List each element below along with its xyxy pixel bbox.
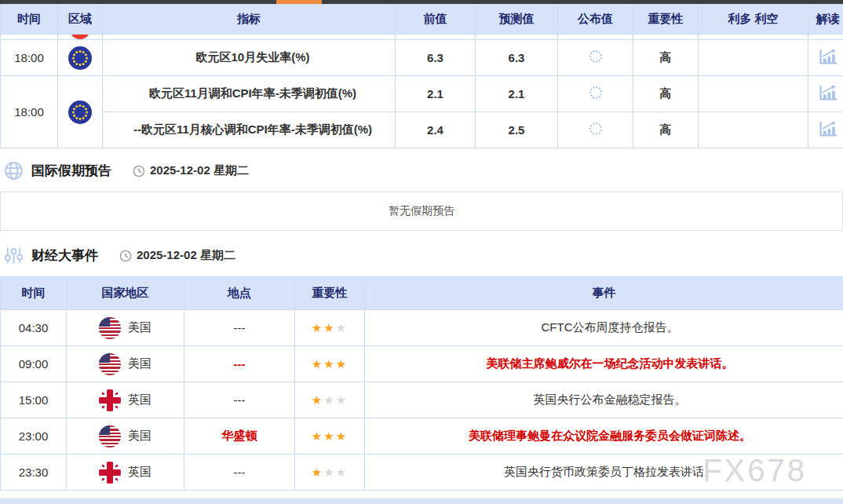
importance-stars: ★★★ <box>295 310 365 346</box>
importance-cell: 高 <box>633 112 699 148</box>
col-interpret: 解读 <box>808 5 843 35</box>
col-region: 区域 <box>58 5 103 35</box>
chart-interpret-icon[interactable] <box>819 49 838 65</box>
event-location: --- <box>184 455 295 491</box>
clipped-row <box>1 35 843 40</box>
event-country: 英国 <box>67 455 184 491</box>
event-description: 英国央行公布金融稳定报告。 <box>365 382 843 418</box>
previous-value: 6.3 <box>396 40 476 76</box>
time-cell: 18:00 <box>1 40 58 76</box>
region-cell <box>58 76 103 148</box>
holiday-section-header: 国际假期预告 2025-12-02 星期二 <box>0 161 843 181</box>
indicator-row: 18:00 欧元区10月失业率(%) 6.3 6.3 高 <box>1 40 843 76</box>
interpret-cell <box>808 112 843 148</box>
event-location: --- <box>184 382 295 418</box>
loading-spinner-icon <box>589 50 602 63</box>
us-flag-icon <box>99 317 121 339</box>
col-importance: 重要性 <box>295 277 365 310</box>
published-value <box>558 112 633 148</box>
col-time: 时间 <box>1 277 67 310</box>
clock-icon <box>119 250 132 262</box>
uk-flag-icon <box>99 462 121 484</box>
previous-value: 2.4 <box>396 112 476 148</box>
event-description: 美联储理事鲍曼在众议院金融服务委员会做证词陈述。 <box>365 418 843 455</box>
indicator-link[interactable]: --欧元区11月核心调和CPI年率-未季调初值(%) <box>103 112 396 148</box>
events-header-row: 时间 国家地区 地点 重要性 事件 <box>1 277 843 310</box>
col-time: 时间 <box>1 5 58 35</box>
forecast-value: 2.5 <box>476 112 558 148</box>
event-time: 09:00 <box>1 346 67 382</box>
clipped-red-flag-icon <box>70 35 90 39</box>
eu-flag-icon <box>68 100 92 124</box>
economic-indicator-table: 时间 区域 指标 前值 预测值 公布值 重要性 利多 利空 解读 18:00 欧… <box>0 4 843 148</box>
chart-interpret-icon[interactable] <box>819 85 838 101</box>
importance-cell: 高 <box>633 40 699 76</box>
top-scrollbar <box>0 0 843 4</box>
loading-spinner-icon <box>589 86 602 99</box>
events-table: 时间 国家地区 地点 重要性 事件 04:30 美国 --- ★★★ CFTC公… <box>0 276 843 491</box>
indicator-header-row: 时间 区域 指标 前值 预测值 公布值 重要性 利多 利空 解读 <box>1 5 843 35</box>
col-previous: 前值 <box>396 5 476 35</box>
country-label: 英国 <box>128 393 151 407</box>
col-forecast: 预测值 <box>476 5 558 35</box>
country-label: 美国 <box>128 429 151 444</box>
country-label: 美国 <box>128 356 151 371</box>
interpret-cell <box>808 76 843 112</box>
holiday-date-text: 2025-12-02 星期二 <box>150 163 249 178</box>
event-country: 美国 <box>67 418 184 455</box>
event-time: 04:30 <box>1 310 67 346</box>
forecast-value: 6.3 <box>476 40 558 76</box>
events-date: 2025-12-02 星期二 <box>119 248 235 263</box>
event-location: --- <box>184 346 295 382</box>
bull-bear-cell <box>699 40 808 76</box>
importance-cell: 高 <box>633 76 699 112</box>
bull-bear-cell <box>699 112 808 148</box>
event-country: 英国 <box>67 382 184 418</box>
events-section-header: 财经大事件 2025-12-02 星期二 <box>0 246 843 265</box>
event-row: 15:00 英国 --- ★★★ 英国央行公布金融稳定报告。 <box>1 382 843 418</box>
event-time: 15:00 <box>1 382 67 418</box>
published-value <box>558 76 633 112</box>
events-section-title: 财经大事件 <box>31 247 98 265</box>
holiday-empty-message: 暂无假期预告 <box>389 204 454 218</box>
interpret-cell <box>808 40 843 76</box>
importance-stars: ★★★ <box>295 455 365 491</box>
col-location: 地点 <box>184 277 295 310</box>
indicator-link[interactable]: 欧元区10月失业率(%) <box>103 40 396 76</box>
col-indicator: 指标 <box>103 5 396 35</box>
chart-interpret-icon[interactable] <box>819 121 838 137</box>
holiday-empty-box: 暂无假期预告 <box>0 192 843 231</box>
time-cell: 18:00 <box>1 76 58 148</box>
clock-icon <box>133 165 145 177</box>
event-row: 09:00 美国 --- ★★★ 美联储主席鲍威尔在一场纪念活动中发表讲话。 <box>1 346 843 382</box>
event-description: 英国央行货币政策委员丁格拉发表讲话。 <box>365 455 843 491</box>
event-row: 23:30 英国 --- ★★★ 英国央行货币政策委员丁格拉发表讲话。 <box>1 455 843 491</box>
event-description: CFTC公布周度持仓报告。 <box>365 310 843 346</box>
indicator-link[interactable]: 欧元区11月调和CPI年率-未季调初值(%) <box>103 76 396 112</box>
col-importance: 重要性 <box>633 5 699 35</box>
region-cell <box>58 40 103 76</box>
col-published: 公布值 <box>558 5 633 35</box>
event-time: 23:30 <box>1 455 67 491</box>
scrollbar-thumb[interactable] <box>276 0 322 4</box>
uk-flag-icon <box>99 389 121 411</box>
holiday-section-title: 国际假期预告 <box>31 162 111 180</box>
us-flag-icon <box>99 353 121 375</box>
indicator-row: 18:00 欧元区11月调和CPI年率-未季调初值(%) 2.1 2.1 高 <box>1 76 843 112</box>
col-event: 事件 <box>365 277 843 310</box>
forecast-value: 2.1 <box>476 76 558 112</box>
importance-stars: ★★★ <box>295 418 365 455</box>
indicator-row: --欧元区11月核心调和CPI年率-未季调初值(%) 2.4 2.5 高 <box>1 112 843 148</box>
events-date-text: 2025-12-02 星期二 <box>137 248 235 263</box>
bottom-strip <box>0 499 843 504</box>
col-bull-bear: 利多 利空 <box>699 5 808 35</box>
event-row: 23:00 美国 华盛顿 ★★★ 美联储理事鲍曼在众议院金融服务委员会做证词陈述… <box>1 418 843 455</box>
published-value <box>558 40 633 76</box>
sliders-icon <box>4 246 24 265</box>
event-time: 23:00 <box>1 418 67 455</box>
previous-value: 2.1 <box>396 76 476 112</box>
event-location: 华盛顿 <box>184 418 295 455</box>
holiday-date: 2025-12-02 星期二 <box>133 163 249 178</box>
importance-stars: ★★★ <box>295 382 365 418</box>
col-country: 国家地区 <box>67 277 184 310</box>
